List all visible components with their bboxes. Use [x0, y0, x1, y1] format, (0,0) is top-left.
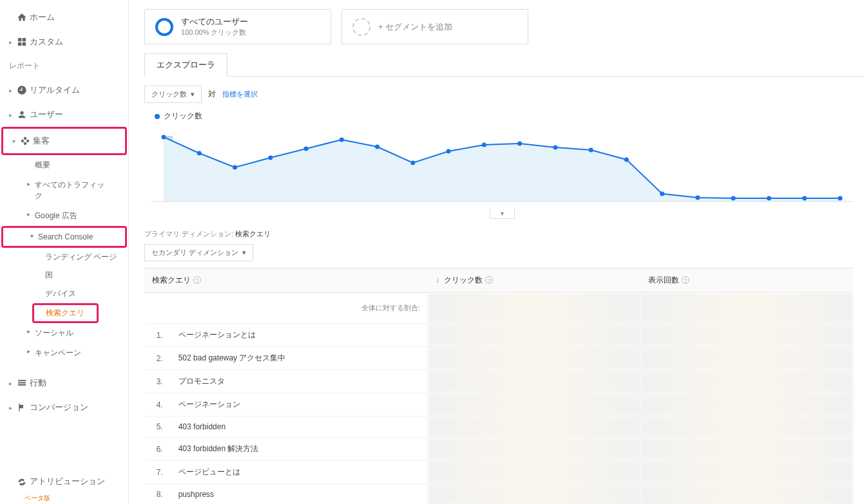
chevron-right-icon: ▸ — [9, 87, 14, 94]
chart-expand-button[interactable]: ▾ — [490, 209, 515, 219]
table-row[interactable]: 4.ページネーション — [144, 393, 853, 416]
nav-user[interactable]: ▸ ユーザー — [0, 102, 128, 127]
info-icon: ? — [193, 276, 201, 284]
info-icon: ? — [485, 276, 493, 284]
nav-social[interactable]: ▸ソーシャル — [0, 323, 128, 343]
row-clicks — [428, 370, 640, 393]
row-impressions — [640, 324, 853, 347]
table-row[interactable]: 5.403 forbidden — [144, 416, 853, 438]
select-metric-link[interactable]: 指標を選択 — [222, 89, 258, 99]
nav-search-query[interactable]: 検索クエリ — [46, 308, 84, 317]
nav-search-console[interactable]: ▾Search Console — [3, 228, 125, 246]
nav-attribution[interactable]: アトリビューション — [0, 470, 128, 494]
nav-device[interactable]: デバイス — [0, 285, 128, 303]
table-row[interactable]: 7.ページビューとは — [144, 461, 853, 484]
chevron-right-icon: ▸ — [27, 180, 30, 189]
main-content: すべてのユーザー 100.00% クリック数 + セグメントを追加 エクスプロー… — [129, 0, 864, 504]
metric-dropdown[interactable]: クリック数▾ — [144, 86, 202, 103]
nav-label: カスタム — [30, 36, 63, 48]
row-query: ページビューとは — [171, 461, 428, 484]
svg-point-12 — [517, 142, 522, 146]
row-clicks — [428, 393, 640, 416]
svg-point-15 — [624, 158, 629, 162]
col-clicks[interactable]: クリック数? — [428, 268, 640, 293]
tab-explorer[interactable]: エクスプローラ — [144, 53, 227, 77]
row-clicks — [428, 438, 640, 461]
chevron-down-icon: ▾ — [30, 232, 34, 239]
svg-point-9 — [410, 161, 415, 165]
nav-label: アトリビューション — [30, 476, 105, 487]
table-row[interactable]: 2.502 bad gateway アクセス集中 — [144, 347, 853, 370]
row-clicks — [428, 484, 640, 505]
legend-dot-icon — [155, 114, 160, 119]
svg-point-14 — [589, 148, 593, 153]
nav-home[interactable]: ホーム — [0, 5, 128, 30]
svg-point-18 — [731, 196, 736, 201]
tab-row: エクスプローラ — [144, 53, 864, 77]
home-icon — [14, 12, 30, 23]
row-impressions — [640, 438, 853, 461]
nav-country[interactable]: 国 — [0, 266, 128, 285]
table-row[interactable]: 8.pushpress — [144, 484, 853, 505]
nav-label: リアルタイム — [30, 84, 80, 96]
highlight-search-query: 検索クエリ — [32, 303, 99, 323]
bottom-nav: アトリビューション ベータ版 発見 管理 — [0, 470, 128, 504]
row-index: 2. — [144, 347, 171, 370]
svg-point-11 — [482, 143, 486, 147]
row-query: ページネーションとは — [171, 324, 428, 347]
nav-landing-pages[interactable]: ランディング ページ — [0, 248, 128, 266]
row-index: 3. — [144, 370, 171, 393]
svg-point-5 — [268, 156, 273, 160]
segment-all-users[interactable]: すべてのユーザー 100.00% クリック数 — [144, 9, 331, 44]
row-index: 8. — [144, 484, 171, 505]
nav-conversion[interactable]: ▸ コンバージョン — [0, 395, 128, 420]
sidebar: ホーム ▸ カスタム レポート ▸ リアルタイム ▸ ユーザー ▾ 集客 概要 … — [0, 0, 129, 504]
user-icon — [14, 109, 30, 120]
table-row[interactable]: 1.ページネーションとは — [144, 324, 853, 347]
row-query: 403 forbidden 解決方法 — [171, 438, 428, 461]
highlight-search-console: ▾Search Console — [1, 226, 127, 248]
svg-point-7 — [340, 138, 344, 142]
row-query: プロモニスタ — [171, 370, 428, 393]
nav-overview[interactable]: 概要 — [0, 155, 128, 175]
secondary-dimension-dropdown[interactable]: セカンダリ ディメンション▾ — [144, 244, 253, 261]
svg-point-19 — [767, 196, 771, 201]
col-impressions[interactable]: 表示回数? — [640, 268, 853, 293]
highlight-acquisition: ▾ 集客 — [1, 127, 127, 155]
svg-point-2 — [162, 135, 166, 140]
row-impressions — [640, 393, 853, 416]
nav-label: ホーム — [30, 12, 55, 23]
row-impressions — [640, 347, 853, 370]
chevron-right-icon: ▸ — [9, 380, 14, 387]
row-index: 1. — [144, 324, 171, 347]
behavior-icon — [14, 378, 30, 388]
row-query: ページネーション — [171, 393, 428, 416]
nav-campaign[interactable]: ▸キャンペーン — [0, 343, 128, 363]
nav-behavior[interactable]: ▸ 行動 — [0, 371, 128, 395]
nav-realtime[interactable]: ▸ リアルタイム — [0, 78, 128, 102]
table-row[interactable]: 6.403 forbidden 解決方法 — [144, 438, 853, 461]
nav-custom[interactable]: ▸ カスタム — [0, 30, 128, 54]
row-index: 7. — [144, 461, 171, 484]
svg-point-6 — [304, 147, 309, 151]
chart-legend: クリック数 — [144, 108, 864, 124]
chevron-down-icon: ▾ — [242, 248, 246, 257]
clock-icon — [14, 85, 30, 95]
nav-google-ads[interactable]: ▸Google 広告 — [0, 206, 128, 226]
row-clicks — [428, 324, 640, 347]
report-section-label: レポート — [0, 54, 128, 78]
chart — [151, 124, 853, 208]
segment-add[interactable]: + セグメントを追加 — [341, 9, 528, 44]
col-query[interactable]: 検索クエリ? — [144, 268, 428, 293]
row-impressions — [640, 370, 853, 393]
nav-label: ユーザー — [30, 109, 63, 120]
nav-all-traffic[interactable]: ▸すべてのトラフィック — [0, 175, 128, 206]
attribution-icon — [14, 477, 30, 487]
table-row[interactable]: 3.プロモニスタ — [144, 370, 853, 393]
beta-label: ベータ版 — [0, 494, 128, 503]
nav-acquisition[interactable]: ▾ 集客 — [3, 129, 125, 153]
row-index: 5. — [144, 416, 171, 438]
segment-add-label: + セグメントを追加 — [378, 21, 452, 33]
chevron-down-icon: ▾ — [191, 90, 195, 98]
segment-add-icon — [352, 18, 370, 36]
